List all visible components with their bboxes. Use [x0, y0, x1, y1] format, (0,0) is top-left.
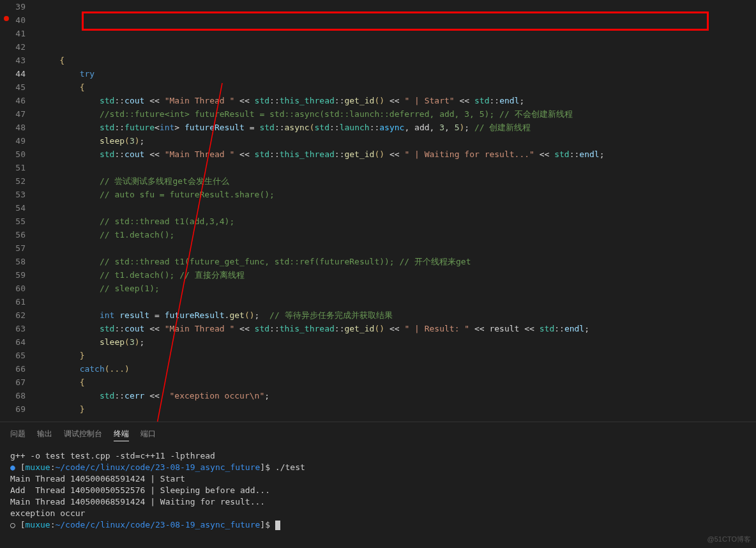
line-number[interactable]: 50	[0, 148, 26, 161]
line-number[interactable]: 51	[0, 161, 26, 174]
panel-tabs: 问题输出调试控制台终端端口	[0, 422, 756, 446]
line-number[interactable]: 44	[0, 67, 26, 80]
code-line[interactable]: try	[40, 67, 756, 80]
code-line[interactable]	[40, 241, 756, 255]
code-line[interactable]: std::cout << "Main Thread " << std::this…	[40, 148, 756, 161]
line-number[interactable]: 59	[0, 268, 26, 282]
panel-tab-问题[interactable]: 问题	[10, 427, 26, 441]
code-line[interactable]: // t1.detach();	[40, 228, 756, 241]
line-number-gutter[interactable]: 3940414243444546474849505152535455565758…	[0, 0, 37, 422]
code-line[interactable]: sleep(3);	[40, 134, 756, 148]
code-line[interactable]: std::cout << "Main Thread " << std::this…	[40, 322, 756, 335]
terminal-output[interactable]: g++ -o test test.cpp -std=c++11 -lpthrea…	[0, 446, 756, 535]
terminal-cursor	[275, 521, 280, 530]
code-line[interactable]: // std::thread t1(future_get_func, std::…	[40, 255, 756, 268]
code-line[interactable]: // 尝试测试多线程get会发生什么	[40, 174, 756, 188]
terminal-line: Main Thread 140500068591424 | Start	[10, 473, 746, 485]
line-number[interactable]: 62	[0, 308, 26, 322]
line-number[interactable]: 53	[0, 188, 26, 201]
code-editor[interactable]: { try { std::cout << "Main Thread " << s…	[37, 0, 756, 422]
bottom-panel: 问题输出调试控制台终端端口 g++ -o test test.cpp -std=…	[0, 422, 756, 535]
code-line[interactable]: std::future<int> futureResult = std::asy…	[40, 121, 756, 134]
code-line[interactable]: {	[40, 54, 756, 67]
code-line[interactable]: std::cout << "Main Thread " << std::this…	[40, 94, 756, 107]
line-number[interactable]: 60	[0, 282, 26, 295]
line-number[interactable]: 48	[0, 121, 26, 134]
line-number[interactable]: 54	[0, 201, 26, 215]
code-line[interactable]: // std::thread t1(add,3,4);	[40, 215, 756, 228]
code-line[interactable]: std::cerr << "exception occur\n";	[40, 389, 756, 402]
line-number[interactable]: 55	[0, 215, 26, 228]
code-line[interactable]	[40, 201, 756, 215]
terminal-line: ○ [muxue:~/code/c/linux/code/23-08-19_as…	[10, 519, 746, 531]
line-number[interactable]: 67	[0, 376, 26, 389]
line-number[interactable]: 45	[0, 80, 26, 94]
code-line[interactable]: {	[40, 80, 756, 94]
panel-tab-输出[interactable]: 输出	[37, 427, 52, 441]
line-number[interactable]: 66	[0, 362, 26, 376]
panel-tab-端口[interactable]: 端口	[140, 427, 156, 441]
code-line[interactable]: }	[40, 349, 756, 362]
line-number[interactable]: 61	[0, 295, 26, 308]
highlight-box	[82, 11, 709, 31]
watermark: @51CTO博客	[707, 535, 751, 544]
line-number[interactable]: 47	[0, 107, 26, 121]
line-number[interactable]: 63	[0, 322, 26, 335]
line-number[interactable]: 42	[0, 40, 26, 54]
line-number[interactable]: 41	[0, 27, 26, 40]
terminal-line: g++ -o test test.cpp -std=c++11 -lpthrea…	[10, 450, 746, 462]
code-line[interactable]	[40, 416, 756, 422]
code-line[interactable]	[40, 161, 756, 174]
terminal-line: Main Thread 140500068591424 | Waiting fo…	[10, 496, 746, 508]
line-number[interactable]: 69	[0, 402, 26, 416]
line-number[interactable]: 58	[0, 255, 26, 268]
line-number[interactable]: 56	[0, 228, 26, 241]
line-number[interactable]: 49	[0, 134, 26, 148]
line-number[interactable]: 64	[0, 335, 26, 349]
code-line[interactable]: }	[40, 402, 756, 416]
code-line[interactable]: sleep(3);	[40, 335, 756, 349]
breakpoint-indicator[interactable]	[4, 16, 9, 21]
panel-tab-调试控制台[interactable]: 调试控制台	[64, 427, 102, 441]
code-line[interactable]: int result = futureResult.get(); // 等待异步…	[40, 308, 756, 322]
code-line[interactable]: // auto sfu = futureResult.share();	[40, 188, 756, 201]
code-line[interactable]: // t1.detach(); // 直接分离线程	[40, 268, 756, 282]
terminal-line: ● [muxue:~/code/c/linux/code/23-08-19_as…	[10, 462, 746, 473]
panel-tab-终端[interactable]: 终端	[114, 427, 129, 441]
code-line[interactable]: // sleep(1);	[40, 282, 756, 295]
terminal-line: Add Thread 140500050552576 | Sleeping be…	[10, 485, 746, 496]
code-line[interactable]: {	[40, 376, 756, 389]
line-number[interactable]: 57	[0, 241, 26, 255]
line-number[interactable]: 46	[0, 94, 26, 107]
line-number[interactable]: 52	[0, 174, 26, 188]
editor-pane: 3940414243444546474849505152535455565758…	[0, 0, 756, 422]
code-line[interactable]	[40, 295, 756, 308]
line-number[interactable]: 65	[0, 349, 26, 362]
line-number[interactable]: 68	[0, 389, 26, 402]
code-line[interactable]: //std::future<int> futureResult = std::a…	[40, 107, 756, 121]
code-line[interactable]: catch(...)	[40, 362, 756, 376]
line-number[interactable]: 43	[0, 54, 26, 67]
line-number[interactable]: 39	[0, 0, 26, 13]
terminal-line: exception occur	[10, 508, 746, 519]
